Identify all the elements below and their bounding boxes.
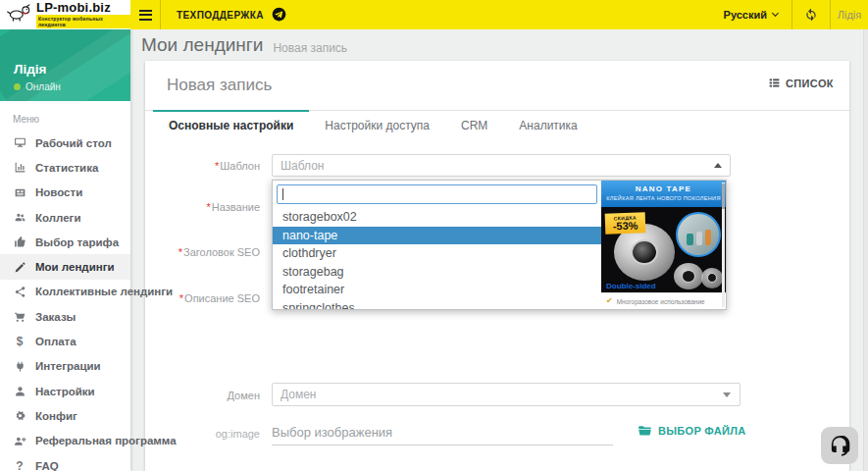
preview-title: NANO TAPE — [601, 184, 726, 193]
logo-title: LP-mobi.biz — [36, 1, 130, 14]
pencil-icon — [12, 259, 27, 275]
check-icon: ✔ — [606, 297, 613, 305]
page-title: Мои лендинги — [141, 34, 263, 56]
preview-image: СКИДКА -53% Double-sided — [601, 207, 726, 292]
language-label: Русский — [724, 9, 767, 21]
template-dropdown: storagebox02 nano-tape clothdryer storag… — [272, 180, 727, 310]
sidebar-item-tariff[interactable]: Выбор тарифа — [0, 230, 130, 254]
sidebar-nav: Рабочий стол Статистика Новости Коллеги … — [0, 131, 130, 471]
choose-file-button[interactable]: ВЫБОР ФАЙЛА — [638, 424, 746, 437]
sidebar-item-referral[interactable]: Реферальная программа — [0, 429, 130, 453]
sidebar-item-news[interactable]: Новости — [0, 181, 130, 205]
tape-roll-hole — [631, 239, 658, 265]
content-card: Новая запись СПИСОК Основные настройки Н… — [145, 61, 849, 471]
headset-icon — [827, 433, 852, 458]
domain-select[interactable]: Домен — [272, 383, 740, 406]
tab-main-settings[interactable]: Основные настройки — [153, 111, 309, 139]
sidebar-item-statistics[interactable]: Статистика — [0, 155, 130, 180]
sidebar-item-integrations[interactable]: Интеграции — [0, 354, 130, 379]
option-storagebox02[interactable]: storagebox02 — [273, 208, 601, 227]
logo[interactable]: LP-mobi.biz Конструктор мобильных лендин… — [0, 0, 130, 29]
sidebar-item-label: Коллеги — [35, 212, 80, 224]
template-select[interactable]: Шаблон — [272, 154, 731, 177]
tab-analytics[interactable]: Аналитика — [503, 111, 592, 139]
menu-section-label: Меню — [0, 101, 130, 131]
tab-crm[interactable]: CRM — [445, 111, 503, 139]
option-nano-tape[interactable]: nano-tape — [273, 227, 601, 245]
sidebar-item-my-landings[interactable]: Мои лендинги — [0, 254, 130, 279]
sidebar-item-label: Новости — [35, 186, 82, 198]
option-footretainer[interactable]: footretainer — [273, 281, 601, 299]
support-widget-button[interactable] — [821, 427, 858, 464]
template-select-placeholder: Шаблон — [281, 159, 324, 173]
template-search-input[interactable] — [277, 184, 597, 204]
card-title: Новая запись — [167, 76, 272, 95]
sidebar-item-dashboard[interactable]: Рабочий стол — [0, 131, 130, 155]
sidebar-item-colleagues[interactable]: Коллеги — [0, 205, 130, 230]
option-storagebag[interactable]: storagebag — [273, 263, 601, 282]
language-selector[interactable]: Русский — [710, 0, 791, 29]
domain-label: Домен — [145, 390, 260, 401]
profile-block: Лідія Онлайн — [0, 29, 130, 101]
sidebar-item-settings[interactable]: Настройки — [0, 379, 130, 403]
caret-up-icon — [714, 163, 722, 168]
choose-file-label: ВЫБОР ФАЙЛА — [658, 425, 746, 437]
sidebar-item-label: Конфиг — [35, 410, 77, 422]
preview-subtitle: КЛЕЙКАЯ ЛЕНТА НОВОГО ПОКОЛЕНИЯ — [601, 195, 726, 201]
hamburger-menu-icon[interactable] — [130, 0, 160, 29]
dollar-icon: $ — [12, 334, 27, 349]
sidebar-item-label: Заказы — [35, 311, 76, 323]
tape-roll-small-hole — [682, 270, 695, 283]
sidebar-item-label: Настройки — [35, 386, 95, 397]
support-button[interactable]: ТЕХПОДДЕРЖКА — [161, 0, 302, 29]
thumb-up-icon — [12, 235, 27, 250]
sidebar-item-label: Выбор тарифа — [35, 236, 119, 248]
tape-roll-smallest-hole — [707, 273, 717, 283]
cart-icon — [12, 309, 27, 325]
preview-feature-label: Многоразовое использование — [617, 298, 705, 305]
folder-icon — [638, 424, 652, 437]
sidebar-item-config[interactable]: Конфиг — [0, 403, 130, 428]
question-icon: ? — [12, 458, 27, 471]
sidebar-item-faq[interactable]: ? FAQ — [0, 453, 130, 471]
sidebar-item-label: Статистика — [35, 162, 98, 174]
profile-status-label: Онлайн — [26, 81, 61, 92]
page-scrollbar[interactable] — [863, 29, 868, 471]
top-bar: LP-mobi.biz Конструктор мобильных лендин… — [0, 0, 868, 29]
usage-photo-inset — [676, 212, 721, 257]
text-cursor — [282, 188, 283, 200]
page-header: Мои лендинги Новая запись — [130, 29, 868, 61]
dropdown-scrollbar-thumb[interactable] — [722, 183, 725, 209]
person-icon — [12, 384, 27, 399]
logo-dog-icon — [6, 2, 32, 27]
bar-chart-icon — [12, 160, 27, 176]
template-options: storagebox02 nano-tape clothdryer storag… — [273, 208, 601, 309]
dropdown-scrollbar[interactable] — [722, 183, 725, 307]
option-clothdryer[interactable]: clothdryer — [273, 244, 601, 263]
option-springclothes[interactable]: springclothes — [273, 299, 601, 310]
discount-badge: СКИДКА -53% — [605, 212, 646, 234]
tab-bar: Основные настройки Настройки доступа CRM… — [145, 110, 849, 139]
main-area: Мои лендинги Новая запись Новая запись С… — [130, 29, 868, 471]
name-label: Название — [145, 201, 260, 213]
sidebar-item-orders[interactable]: Заказы — [0, 304, 130, 329]
chevron-down-icon — [772, 10, 779, 17]
sidebar-item-label: Мои лендинги — [35, 261, 115, 273]
list-button[interactable]: СПИСОК — [768, 77, 834, 89]
discount-value: -53% — [605, 220, 645, 231]
sidebar-item-payment[interactable]: $ Оплата — [0, 329, 130, 353]
sidebar: Лідія Онлайн Меню Рабочий стол Статистик… — [0, 29, 130, 471]
refresh-button[interactable] — [792, 0, 830, 29]
sidebar-item-label: FAQ — [35, 460, 59, 471]
user-menu[interactable]: Лідія — [831, 0, 868, 29]
seo-title-label: Заголовок SEO — [145, 246, 260, 258]
sidebar-item-collective-landings[interactable]: Коллективные лендинги — [0, 280, 130, 304]
og-image-input[interactable] — [272, 420, 613, 445]
support-label: ТЕХПОДДЕРЖКА — [177, 10, 264, 21]
tab-access-settings[interactable]: Настройки доступа — [309, 111, 445, 139]
template-preview: NANO TAPE КЛЕЙКАЯ ЛЕНТА НОВОГО ПОКОЛЕНИЯ… — [601, 181, 726, 309]
template-label: Шаблон — [145, 160, 260, 172]
sidebar-item-label: Оплата — [35, 336, 77, 347]
share-icon — [12, 284, 27, 299]
desktop-icon — [12, 135, 27, 151]
